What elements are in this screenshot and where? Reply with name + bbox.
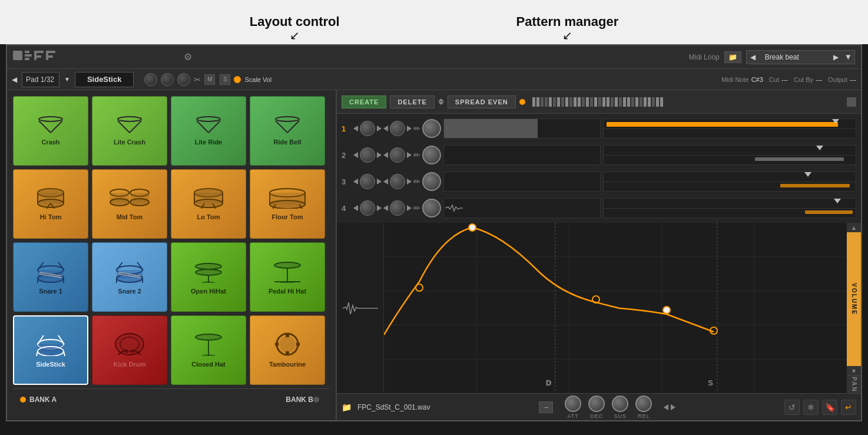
seq-row-2-knob-large[interactable] [422,146,441,164]
seq-row-3-arrow-left[interactable] [353,179,358,184]
back-btn[interactable] [664,404,668,410]
seq-row-4-knob-large[interactable] [422,199,441,218]
seq-row-2-arrow-left2[interactable] [383,152,388,158]
seq-row-2-arrow-right[interactable] [377,152,382,158]
seq-row-2-pencil[interactable]: ✏ [413,150,420,160]
seq-row-2-arrow-left[interactable] [353,152,358,158]
layout-control-annotation: Layout control ↙ [250,14,340,41]
seq-row-1-arrow-right[interactable] [377,126,382,131]
file-arrow-button[interactable]: → [539,401,553,413]
delete-button[interactable]: DELETE [390,95,434,108]
seq-row-4-pattern[interactable] [603,198,856,218]
svg-rect-108 [275,342,279,346]
bank-b-label[interactable]: BANK B [286,396,313,404]
seq-row-4-knob1[interactable] [360,200,375,216]
pad-snare2[interactable]: Snare 2 [92,242,167,312]
seq-row-3-pattern[interactable] [603,172,856,192]
seq-row-2-knob1[interactable] [360,147,375,163]
pad-snare1[interactable]: Snare 1 [13,242,88,312]
bookmark-button[interactable]: 🔖 [822,400,837,415]
seq-row-1-pattern[interactable] [603,118,856,139]
folder-button[interactable]: 📁 [724,51,741,63]
bank-a-label[interactable]: BANK A [29,396,57,404]
seq-row-3-arrow-right[interactable] [377,179,382,184]
seq-row-3-knob-large[interactable] [422,172,441,191]
gear-icon[interactable]: ⚙ [184,51,192,62]
pad-hi-tom[interactable]: Hi Tom [13,169,88,239]
pad-tambourine[interactable]: Tambourine [250,315,325,385]
seq-row-3-pencil[interactable]: ✏ [413,177,420,186]
svg-point-12 [39,117,62,121]
pad-row-1: Crash Lite Crash Lite [13,96,330,166]
pad-lite-crash[interactable]: Lite Crash [92,96,167,166]
pad-nav: Pad 1/32 [22,72,59,87]
pad-lite-ride[interactable]: Lite Ride [171,96,246,166]
pad-sidestick[interactable]: SideStick [13,315,88,385]
svg-point-15 [118,117,141,121]
create-button[interactable]: CREATE [342,95,386,108]
seq-row-4-arrow-right[interactable] [377,205,382,211]
att-knob[interactable] [565,396,581,412]
seq-row-3-knob1[interactable] [360,174,375,189]
pad-knob-3[interactable] [177,73,190,86]
cut-by-item: Cut By --- [794,76,822,83]
seq-row-4-pencil[interactable]: ✏ [413,203,420,213]
seq-row-1-knob-large[interactable] [422,119,441,138]
seq-row-2-knob2[interactable] [390,147,405,163]
seq-row-3-knob2[interactable] [390,174,405,189]
dec-knob[interactable] [588,396,605,412]
pad-prev-button[interactable]: ◀ [12,75,17,84]
sus-knob[interactable] [612,396,628,412]
snowflake-button[interactable]: ❄ [803,400,819,415]
pattern-dropdown-button[interactable]: ▼ [842,52,854,61]
cut-label: Cut [769,76,779,83]
envelope-up-button[interactable]: ▲ [847,223,861,232]
seq-row-2-pattern[interactable] [603,145,856,165]
folder-icon[interactable]: 📁 [342,403,352,412]
pad-lo-tom[interactable]: Lo Tom [171,169,246,239]
pad-kick-drum[interactable]: Kick Drum [92,315,167,385]
pattern-next-button[interactable]: ▶ [830,53,842,61]
spread-even-button[interactable]: SPREAD EVEN [448,95,516,108]
seq-row-4-knob2[interactable] [390,200,405,216]
seq-row-1-arrow-left[interactable] [353,126,358,131]
seq-row-3-arrow-right2[interactable] [407,179,412,184]
seq-row-4-arrow-right2[interactable] [407,205,412,211]
svg-rect-5 [34,51,44,53]
return-button[interactable]: ↵ [841,400,856,415]
seq-row-2-arrow-right2[interactable] [407,152,412,158]
mute-button[interactable]: M [204,74,215,85]
forward-btn[interactable] [671,404,675,410]
seq-row-1-arrow-right2[interactable] [407,126,412,131]
pad-name-text: SideStick [87,75,122,84]
pad-dropdown-button[interactable]: ▼ [64,76,70,83]
rel-knob[interactable] [635,396,652,412]
seq-row-1-knob2[interactable] [390,121,405,136]
pad-mid-tom-label: Mid Tom [117,213,143,220]
scissors-icon[interactable]: ✂ [194,75,201,84]
sort-arrows[interactable] [438,98,444,105]
bank-a-dot [20,397,26,403]
seq-row-1-arrow-left2[interactable] [383,126,388,131]
pad-closed-hat[interactable]: Closed Hat [171,315,246,385]
pad-floor-tom[interactable]: Floor Tom [250,169,325,239]
active-dot[interactable] [234,76,241,83]
svg-rect-8 [46,51,55,53]
seq-row-3-arrow-left2[interactable] [383,179,388,184]
pad-mid-tom[interactable]: Mid Tom [92,169,167,239]
seq-row-4-arrow-left2[interactable] [383,205,388,211]
pad-pedal-hihat[interactable]: Pedal Hi Hat [250,242,325,312]
pad-open-hihat[interactable]: Open HiHat [171,242,246,312]
pad-knob-1[interactable] [144,73,157,86]
pad-crash[interactable]: Crash [13,96,88,166]
envelope-down-button[interactable]: ▼ [847,366,861,375]
seq-row-4-arrow-left[interactable] [353,205,358,211]
seq-row-1-knob1[interactable] [360,121,375,136]
pad-ride-bell[interactable]: Ride Bell [250,96,325,166]
reset-button[interactable]: ↺ [784,400,800,415]
seq-settings-button[interactable] [847,97,856,107]
solo-button[interactable]: S [220,74,230,85]
pad-knob-2[interactable] [161,73,174,86]
pattern-prev-button[interactable]: ◀ [747,53,759,61]
seq-row-1-pencil[interactable]: ✏ [413,124,420,133]
